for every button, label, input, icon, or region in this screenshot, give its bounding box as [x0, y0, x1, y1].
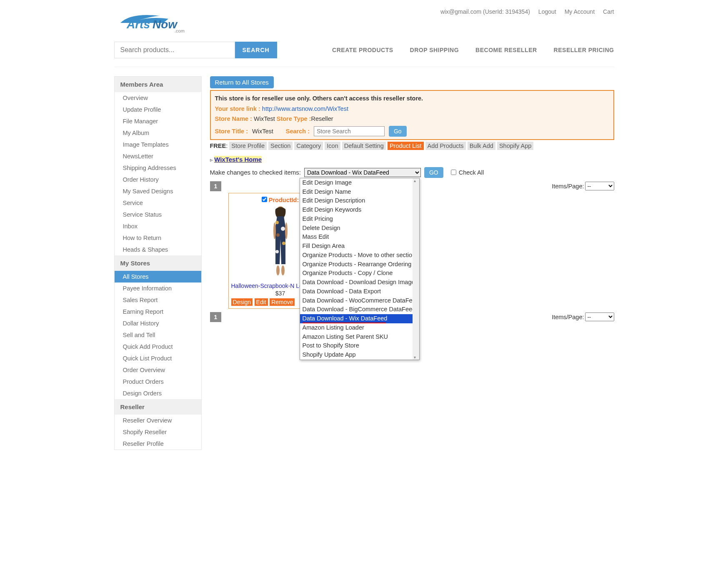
dropdown-item[interactable]: Data Download - BigCommerce DataFeed	[300, 305, 419, 314]
sidebar-item-shipping-addresses[interactable]: Shipping Addresses	[115, 162, 201, 174]
dropdown-item[interactable]: Fill Design Area	[300, 242, 419, 251]
check-all-label: Check All	[459, 169, 484, 176]
sidebar-item-update-profile[interactable]: Update Profile	[115, 104, 201, 115]
dropdown-item[interactable]: Data Download - Wix DataFeed	[300, 314, 419, 323]
tab-default-setting[interactable]: Default Setting	[342, 142, 386, 150]
store-search-go-button[interactable]: Go	[389, 126, 407, 137]
dropdown-item[interactable]: Amazon Listing Loader	[300, 323, 419, 332]
store-search-input[interactable]	[314, 126, 385, 136]
tab-section[interactable]: Section	[268, 142, 293, 150]
items-per-page-select[interactable]: --	[585, 182, 614, 190]
nav-reseller-pricing[interactable]: RESELLER PRICING	[554, 47, 614, 53]
sidebar-item-order-history[interactable]: Order History	[115, 174, 201, 185]
nav-drop-shipping[interactable]: DROP SHIPPING	[410, 47, 459, 53]
dropdown-item[interactable]: Post to Shopify Store	[300, 341, 419, 350]
sidebar-item-overview[interactable]: Overview	[115, 92, 201, 104]
sidebar-item-sales-report[interactable]: Sales Report	[115, 294, 201, 306]
sidebar-item-design-orders[interactable]: Design Orders	[115, 388, 201, 399]
breadcrumb-home-link[interactable]: WixTest's Home	[214, 156, 262, 163]
sidebar-item-dollar-history[interactable]: Dollar History	[115, 318, 201, 329]
dropdown-item[interactable]: Shopify Update App	[300, 350, 419, 360]
items-per-page-label: Items/Page:	[552, 183, 584, 190]
action-go-button[interactable]: GO	[424, 167, 443, 178]
cart-link[interactable]: Cart	[603, 8, 614, 15]
items-per-page-select-bottom[interactable]: --	[585, 312, 614, 321]
sidebar-item-earning-report[interactable]: Earning Report	[115, 306, 201, 318]
sidebar-item-quick-list-product[interactable]: Quick List Product	[115, 352, 201, 364]
sidebar-item-heads-shapes[interactable]: Heads & Shapes	[115, 244, 201, 255]
dropdown-item[interactable]: Mass Edit	[300, 232, 419, 242]
my-stores-header: My Stores	[115, 255, 201, 271]
sidebar-item-service-status[interactable]: Service Status	[115, 209, 201, 220]
product-edit-button[interactable]: Edit	[255, 298, 268, 306]
tab-category[interactable]: Category	[294, 142, 323, 150]
tab-shopify-app[interactable]: Shopify App	[497, 142, 533, 150]
dropdown-item[interactable]: Delete Design	[300, 224, 419, 233]
product-remove-button[interactable]: Remove	[270, 298, 295, 306]
tab-add-products[interactable]: Add Products	[425, 142, 466, 150]
tab-bulk-add[interactable]: Bulk Add	[468, 142, 495, 150]
dropdown-item[interactable]: Organize Products - Move to other sectio…	[300, 251, 419, 260]
page-number-badge-bottom[interactable]: 1	[210, 312, 222, 322]
tab-icon[interactable]: Icon	[325, 142, 340, 150]
sidebar-item-image-templates[interactable]: Image Templates	[115, 139, 201, 150]
dropdown-item[interactable]: Data Download - Data Export	[300, 287, 419, 296]
tab-product-list[interactable]: Product List	[388, 142, 424, 150]
svg-point-7	[282, 242, 285, 245]
store-link-label: Your store link :	[215, 105, 260, 112]
logout-link[interactable]: Logout	[538, 8, 556, 15]
action-select[interactable]: Data Download - Wix DataFeed	[304, 168, 421, 177]
items-per-page-label-bottom: Items/Page:	[552, 314, 584, 320]
sidebar-item-all-stores[interactable]: All Stores	[115, 271, 201, 282]
product-checkbox[interactable]	[262, 197, 267, 202]
action-dropdown-menu[interactable]: Edit Design ImageEdit Design NameEdit De…	[300, 178, 420, 360]
search-input[interactable]	[114, 42, 235, 58]
sidebar-item-my-saved-designs[interactable]: My Saved Designs	[115, 185, 201, 197]
members-area-header: Members Area	[115, 77, 201, 92]
sidebar-item-sell-and-tell[interactable]: Sell and Tell	[115, 329, 201, 341]
sidebar-item-newsletter[interactable]: NewsLetter	[115, 150, 201, 162]
tab-store-profile[interactable]: Store Profile	[229, 142, 267, 150]
dropdown-item[interactable]: Amazon Listing Set Parent SKU	[300, 332, 419, 342]
dropdown-item[interactable]: Edit Design Description	[300, 196, 419, 205]
sidebar-item-service[interactable]: Service	[115, 197, 201, 209]
dropdown-item[interactable]: Edit Pricing	[300, 215, 419, 224]
dropdown-item[interactable]: Organize Products - Rearrange Ordering	[300, 260, 419, 269]
dropdown-scrollbar[interactable]	[413, 178, 419, 360]
dropdown-item[interactable]: Edit Design Name	[300, 188, 419, 197]
store-search-label: Search :	[286, 126, 310, 137]
sidebar-item-reseller-overview[interactable]: Reseller Overview	[115, 415, 201, 426]
sidebar-item-shopify-reseller[interactable]: Shopify Reseller	[115, 426, 201, 438]
dropdown-item[interactable]: Data Download - Download Design Images	[300, 278, 419, 287]
sidebar-item-file-manager[interactable]: File Manager	[115, 115, 201, 127]
dropdown-item[interactable]: Edit Design Keywords	[300, 205, 419, 215]
sidebar-item-order-overview[interactable]: Order Overview	[115, 364, 201, 376]
svg-point-12	[281, 265, 285, 275]
store-type-label: Store Type :	[277, 115, 311, 122]
store-info-panel: This store is for reseller use only. Oth…	[210, 90, 614, 140]
sidebar-item-reseller-profile[interactable]: Reseller Profile	[115, 438, 201, 450]
product-design-button[interactable]: Design	[231, 298, 253, 306]
store-title-value: WixTest	[252, 126, 273, 137]
my-account-link[interactable]: My Account	[565, 8, 595, 15]
sidebar-item-how-to-return[interactable]: How to Return	[115, 232, 201, 244]
check-all-checkbox[interactable]	[451, 170, 456, 175]
user-info: wix@gmail.com (UserId: 3194354)	[440, 8, 530, 15]
dropdown-item[interactable]: Data Download - WooCommerce DataFeed	[300, 296, 419, 305]
dropdown-item[interactable]: Edit Design Image	[300, 178, 419, 188]
nav-create-products[interactable]: CREATE PRODUCTS	[332, 47, 393, 53]
sidebar-item-payee-information[interactable]: Payee Information	[115, 282, 201, 294]
svg-text:.com: .com	[175, 28, 185, 33]
nav-become-reseller[interactable]: BECOME RESELLER	[475, 47, 537, 53]
dropdown-item[interactable]: Organize Products - Copy / Clone	[300, 269, 419, 278]
search-button[interactable]: SEARCH	[235, 42, 277, 58]
logo[interactable]: Arts Now .com	[114, 8, 198, 33]
sidebar-item-quick-add-product[interactable]: Quick Add Product	[115, 341, 201, 352]
sidebar-item-product-orders[interactable]: Product Orders	[115, 376, 201, 388]
store-link[interactable]: http://www.artsnow.com/WixTest	[262, 105, 348, 112]
sidebar-item-inbox[interactable]: Inbox	[115, 220, 201, 232]
page-number-badge[interactable]: 1	[210, 181, 222, 191]
svg-point-11	[276, 265, 280, 275]
return-to-all-stores-button[interactable]: Return to All Stores	[210, 76, 274, 88]
sidebar-item-my-album[interactable]: My Album	[115, 127, 201, 139]
